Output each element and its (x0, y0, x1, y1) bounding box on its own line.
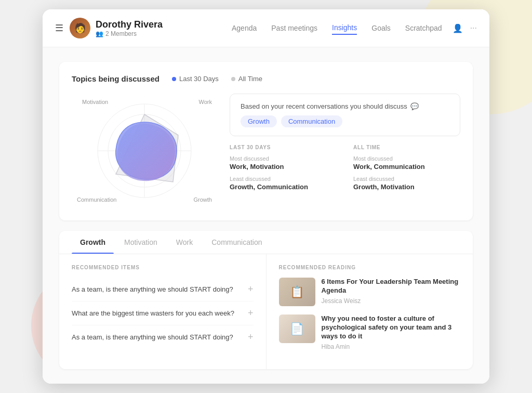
tabs-section: Growth Motivation Work Communication Rec… (59, 231, 473, 369)
members-icon: 👥 (96, 30, 103, 37)
stats-last30-period: Last 30 Days (230, 145, 337, 150)
tabs-bar: Growth Motivation Work Communication (59, 231, 473, 254)
recommended-reading-panel: Recommended Reading 📋 6 Items For Your L… (267, 254, 473, 369)
suggest-card: Based on your recent conversations you s… (230, 94, 460, 136)
tag-communication[interactable]: Communication (281, 115, 342, 127)
nav-scratchpad[interactable]: Scratchpad (405, 22, 442, 34)
legend-dot-blue (172, 77, 176, 81)
stats-last30: Last 30 Days Most discussed Work, Motiva… (230, 145, 337, 196)
header-actions: 👤 ··· (453, 23, 477, 33)
tab-growth[interactable]: Growth (72, 231, 114, 254)
main-nav: Agenda Past meetings Insights Goals Scra… (232, 21, 442, 35)
stats-alltime-least: Least discussed Growth, Motivation (353, 176, 460, 191)
header: ☰ 🧑 Dorothy Rivera 👥 2 Members Agenda Pa… (43, 9, 489, 47)
user-info: Dorothy Rivera 👥 2 Members (96, 19, 232, 37)
menu-icon[interactable]: ☰ (55, 22, 63, 34)
stats-alltime-period: All Time (353, 145, 460, 150)
person-icon[interactable]: 👤 (453, 23, 463, 33)
reading-thumb-1: 📄 (279, 315, 315, 343)
radar-chart-area: Motivation Work Communication Growth (72, 94, 217, 208)
members-label: 👥 2 Members (96, 30, 232, 37)
user-name: Dorothy Rivera (96, 19, 232, 30)
tag-growth[interactable]: Growth (241, 115, 277, 127)
add-icon-2[interactable]: + (248, 332, 254, 343)
more-icon[interactable]: ··· (470, 23, 477, 33)
chat-icon: 💬 (410, 102, 419, 110)
nav-agenda[interactable]: Agenda (232, 22, 257, 34)
topics-section: Topics being discussed Last 30 Days All … (59, 62, 473, 220)
radar-svg (87, 94, 202, 208)
recommended-items-panel: Recommended Items As a team, is there an… (59, 254, 267, 369)
rec-item-1[interactable]: What are the biggest time wasters for yo… (72, 302, 254, 325)
app-window: ☰ 🧑 Dorothy Rivera 👥 2 Members Agenda Pa… (43, 9, 489, 384)
reading-thumb-0: 📋 (279, 278, 315, 306)
stats-alltime: All Time Most discussed Work, Communicat… (353, 145, 460, 196)
recommended-items-label: Recommended Items (72, 265, 254, 270)
stats-row: Last 30 Days Most discussed Work, Motiva… (230, 145, 460, 196)
rec-item-0[interactable]: As a team, is there anything we should S… (72, 278, 254, 302)
tab-motivation[interactable]: Motivation (116, 231, 166, 254)
reading-item-0[interactable]: 📋 6 Items For Your Leadership Team Meeti… (279, 278, 461, 306)
stats-last30-least: Least discussed Growth, Communication (230, 176, 337, 191)
main-content: Topics being discussed Last 30 Days All … (43, 47, 489, 384)
tabs-content: Recommended Items As a team, is there an… (59, 254, 473, 369)
radar-label-work: Work (199, 99, 212, 105)
topics-body: Motivation Work Communication Growth (72, 94, 460, 208)
reading-item-1[interactable]: 📄 Why you need to foster a culture of ps… (279, 315, 461, 350)
stats-last30-most: Most discussed Work, Motivation (230, 155, 337, 171)
radar-label-motivation: Motivation (82, 99, 108, 105)
radar-label-growth: Growth (194, 197, 212, 203)
nav-past-meetings[interactable]: Past meetings (271, 22, 317, 34)
rec-item-2[interactable]: As a team, is there anything we should S… (72, 325, 254, 349)
reading-info-0: 6 Items For Your Leadership Team Meeting… (322, 278, 461, 306)
add-icon-1[interactable]: + (248, 308, 254, 319)
topics-header: Topics being discussed Last 30 Days All … (72, 74, 460, 83)
stats-alltime-most: Most discussed Work, Communication (353, 155, 460, 171)
topics-title: Topics being discussed (72, 74, 159, 83)
avatar: 🧑 (70, 18, 90, 38)
insights-panel: Based on your recent conversations you s… (230, 94, 460, 208)
recommended-reading-label: Recommended Reading (279, 265, 461, 270)
legend-alltime: All Time (231, 75, 262, 83)
tab-work[interactable]: Work (168, 231, 201, 254)
nav-insights[interactable]: Insights (332, 21, 357, 35)
suggest-tags: Growth Communication (241, 115, 449, 127)
radar-label-communication: Communication (77, 197, 116, 203)
add-icon-0[interactable]: + (248, 284, 254, 295)
tab-communication[interactable]: Communication (203, 231, 270, 254)
suggest-title: Based on your recent conversations you s… (241, 102, 449, 110)
legend-last30: Last 30 Days (172, 75, 219, 83)
nav-goals[interactable]: Goals (371, 22, 391, 34)
reading-info-1: Why you need to foster a culture of psyc… (322, 315, 461, 350)
legend-dot-gray (231, 77, 235, 81)
